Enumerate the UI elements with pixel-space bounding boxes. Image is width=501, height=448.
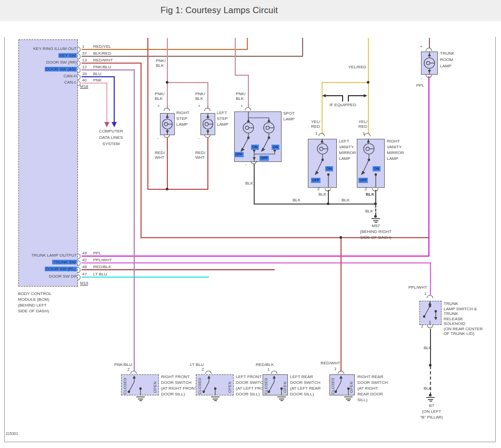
polarity-plus: + <box>157 104 160 108</box>
wire-label-pnk-blk: PNK/ BLK <box>155 91 165 101</box>
wire-red-wht <box>82 63 142 64</box>
polarity-plus: + <box>241 104 243 108</box>
wire-blk-spot-exit <box>254 164 255 205</box>
pin-number: 1 <box>267 367 269 372</box>
wire-label-ppl-wht: PPL/WHT <box>408 285 427 290</box>
arrow-down-icon <box>104 122 109 127</box>
switch-state-off: OFF <box>234 152 244 157</box>
pin-label-text: CAN-L <box>64 80 77 85</box>
wire-label-pnk-blk: PNK/ BLK <box>156 58 166 68</box>
wire-name: PPL <box>93 251 101 256</box>
wire-label-blk: BLK <box>424 386 432 391</box>
pin-label-text-highlighted: DOOR SW (RL) <box>45 267 77 271</box>
wire-ppl-wht-vert <box>430 262 431 296</box>
wire-blu-drop <box>114 76 115 123</box>
wire-red-wht-steps <box>147 189 208 190</box>
pin-label-text-highlighted: KEY SW <box>58 53 77 58</box>
pin-number: 48 <box>82 264 87 269</box>
switch-state-closed: CLOSED <box>123 375 127 394</box>
bcm-pin-label: TRUNK SW <box>20 260 77 265</box>
frame-right <box>495 37 496 442</box>
connector-arc-icon <box>131 371 137 374</box>
switch-state-on: ON <box>325 166 333 171</box>
page: { "title": "Fig 1: Courtesy Lamps Circui… <box>0 0 501 448</box>
ground-icon <box>136 396 145 401</box>
connector-arc-icon <box>164 108 170 111</box>
trunk-room-lamp-label: TRUNK ROOM LAMP <box>440 50 455 69</box>
wire-red-wht-steps-up <box>147 38 148 190</box>
ground-icon <box>426 397 435 402</box>
bulb-icon <box>421 52 438 75</box>
figure-title: Fig 1: Courtesy Lamps Circuit <box>161 5 278 15</box>
wire-label-yel-red: YEL/ RED <box>358 119 367 129</box>
wire-pnk-blk-left <box>207 82 208 109</box>
wire-yel-red-right <box>368 82 369 134</box>
bcm-pin-label: DOOR SW (AS) <box>20 67 77 72</box>
connector-arc-icon <box>426 48 432 51</box>
wire-blk-red-up <box>302 38 303 57</box>
wire-label-yel-red: YEL/RED <box>347 65 366 69</box>
pin-label-text: DOOR SW DR <box>49 274 77 279</box>
pin-label-text: CAN-H <box>64 74 77 78</box>
wire-red-wht-step-l <box>207 138 208 190</box>
ground-icon <box>211 396 219 401</box>
connector-arc-icon <box>164 135 170 138</box>
pin-number: 1 <box>315 131 317 136</box>
connector-pin-icon <box>77 67 81 73</box>
pin-label-text: KEY RING ILLUM OUT <box>33 46 77 51</box>
switch-state-open: OPEN <box>349 376 353 393</box>
polarity-minus: - <box>198 136 199 140</box>
wire-ppl-vert <box>428 76 429 257</box>
connector-arc-icon <box>245 107 251 110</box>
wire-name: PNK/BLU <box>93 65 111 69</box>
if-equipped-note: IF EQUIPPED <box>329 103 356 107</box>
connector-arc-icon <box>338 371 344 374</box>
right-rear-door-switch-label: RIGHT REAR DOOR SWITCH (AT RIGHT REAR DO… <box>357 374 388 403</box>
spot-lamp-label: SPOT LAMP <box>283 110 295 122</box>
wire-name: RED/YEL <box>93 44 111 49</box>
callout-leg <box>348 95 349 101</box>
wire-label-red-wht: RED/WHT <box>320 361 340 365</box>
wire-pnk-blk-spot <box>248 75 249 108</box>
connector-arc-icon <box>318 133 325 136</box>
bcm-pin-label: TRUNK LAMP OUTPUT <box>20 253 77 258</box>
wire-label-blk: BLK <box>365 209 373 213</box>
callout-leg <box>342 95 343 101</box>
doc-number: 215301 <box>6 431 18 436</box>
connector-arc-icon <box>204 135 211 138</box>
frame-left <box>4 37 5 442</box>
pin-label-text: TRUNK LAMP OUTPUT <box>31 253 77 258</box>
switch-state-on: ON <box>272 145 279 150</box>
wire-yel-red-branch <box>322 82 369 83</box>
connector-id: M19 <box>80 281 88 286</box>
wire-label-red-wht: RED/ WHT <box>195 150 205 160</box>
pin-label-text-highlighted: TRUNK SW <box>52 260 77 264</box>
connector-arc-icon <box>271 371 277 374</box>
connector-arc-icon <box>426 75 432 78</box>
bcm-pin-label: DOOR SW (RR) <box>20 60 77 65</box>
wire-red-wht-drop <box>141 63 142 238</box>
wire-label-lt-blu: LT BLU <box>190 362 204 367</box>
connector-arc-icon <box>250 161 257 164</box>
pin-number: 12 <box>82 65 87 69</box>
wire-name: BLU <box>93 72 102 76</box>
pin-number: 42 <box>82 258 87 262</box>
wire-name: PNK <box>93 78 102 83</box>
ground-icon <box>277 396 286 401</box>
bcm-pin-label: CAN-L <box>20 80 77 85</box>
connector-arc-icon <box>372 188 378 191</box>
wire-label-blk: BLK <box>293 198 300 202</box>
ground-m57-label: M57 (BEHIND RIGHT SIDE OF DASH) <box>349 223 402 240</box>
wire-label-red-wht: RED/ WHT <box>155 150 165 160</box>
wire-red-yel-up <box>247 38 248 49</box>
switch-state-off: OFF <box>358 178 368 183</box>
wire-label-blk: BLK <box>366 192 374 197</box>
wire-blk-m57-dashed <box>375 205 376 216</box>
pin-number: 13 <box>82 58 87 63</box>
wire-label-blk: BLK <box>318 192 326 197</box>
callout-line <box>348 95 364 96</box>
wire-pnk-drop <box>106 83 107 123</box>
junction-dot <box>374 215 377 218</box>
wire-name: RED/BLK <box>93 264 111 269</box>
connector-arc-icon <box>325 188 331 191</box>
